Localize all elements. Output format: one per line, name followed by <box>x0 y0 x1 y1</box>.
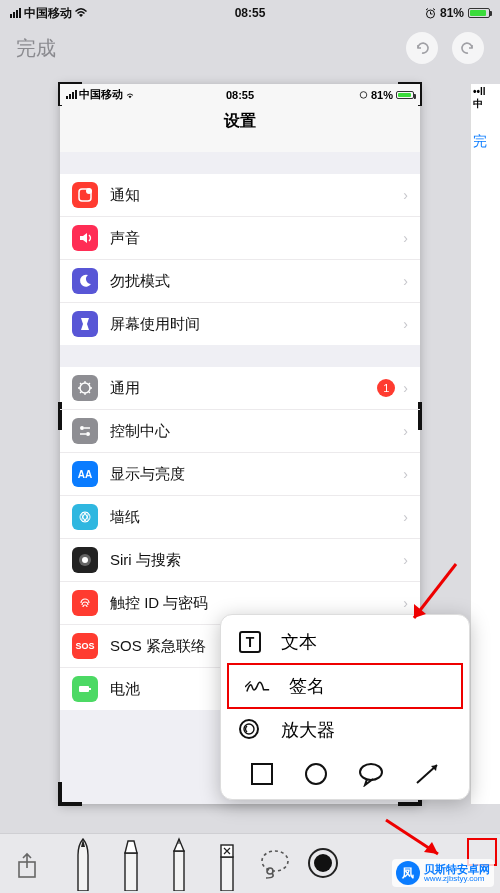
eraser-tool[interactable] <box>208 835 246 891</box>
shape-picker-row <box>221 751 469 793</box>
settings-row[interactable]: 屏幕使用时间› <box>60 303 420 345</box>
share-button[interactable] <box>12 849 42 883</box>
svg-rect-18 <box>252 764 272 784</box>
settings-row-icon <box>72 311 98 337</box>
chevron-right-icon: › <box>403 316 408 332</box>
settings-row-icon <box>72 418 98 444</box>
annotation-arrow-1 <box>404 560 464 630</box>
signature-icon <box>245 673 271 699</box>
settings-row-icon <box>72 590 98 616</box>
peek-carrier: ••ll 中 <box>471 84 500 113</box>
wifi-icon <box>125 91 135 99</box>
alarm-icon <box>425 8 436 19</box>
shape-circle[interactable] <box>303 761 329 787</box>
svg-rect-22 <box>125 853 137 891</box>
svg-point-11 <box>82 557 88 563</box>
settings-row-icon <box>72 225 98 251</box>
status-time: 08:55 <box>235 6 266 20</box>
menu-label-text: 文本 <box>281 630 317 654</box>
settings-title: 设置 <box>60 105 420 152</box>
chevron-right-icon: › <box>403 273 408 289</box>
settings-group-1: 通知›声音›勿扰模式›屏幕使用时间› <box>60 174 420 345</box>
undo-button[interactable] <box>406 32 438 64</box>
magnifier-icon <box>237 717 263 743</box>
settings-row-icon <box>72 504 98 530</box>
menu-item-magnifier[interactable]: 放大器 <box>221 709 469 751</box>
settings-row-icon <box>72 268 98 294</box>
settings-row-label: 勿扰模式 <box>110 272 403 291</box>
shape-speech-bubble[interactable] <box>357 761 385 787</box>
watermark: 凤 贝斯特安卓网 www.zjbstyy.com <box>392 859 494 887</box>
svg-point-26 <box>262 851 288 871</box>
signal-icon <box>10 8 21 18</box>
settings-row[interactable]: Siri 与搜索› <box>60 539 420 582</box>
chevron-right-icon: › <box>403 423 408 439</box>
settings-row-label: 通用 <box>110 379 377 398</box>
watermark-logo-icon: 凤 <box>396 861 420 885</box>
menu-item-signature[interactable]: 签名 <box>227 663 463 709</box>
signal-icon <box>66 90 77 99</box>
settings-row-icon <box>72 375 98 401</box>
color-tool[interactable] <box>304 835 342 891</box>
pencil-tool[interactable] <box>160 835 198 891</box>
settings-row-icon <box>72 182 98 208</box>
text-icon: T <box>237 629 263 655</box>
settings-row-label: 屏幕使用时间 <box>110 315 403 334</box>
svg-text:T: T <box>246 634 255 650</box>
badge: 1 <box>377 379 395 397</box>
settings-row-label: Siri 与搜索 <box>110 551 403 570</box>
inner-status-bar: 中国移动 08:55 81% <box>60 84 420 105</box>
settings-row-label: 触控 ID 与密码 <box>110 594 403 613</box>
svg-point-20 <box>360 764 382 780</box>
inner-battery-pct: 81% <box>371 89 393 101</box>
redo-button[interactable] <box>452 32 484 64</box>
carrier-label: 中国移动 <box>24 5 72 22</box>
svg-point-1 <box>360 92 367 99</box>
shape-square[interactable] <box>249 761 275 787</box>
svg-point-19 <box>306 764 326 784</box>
settings-row[interactable]: 墙纸› <box>60 496 420 539</box>
settings-row[interactable]: 通用1› <box>60 367 420 410</box>
chevron-right-icon: › <box>403 187 408 203</box>
svg-rect-23 <box>174 851 184 891</box>
settings-row[interactable]: 勿扰模式› <box>60 260 420 303</box>
wifi-icon <box>75 8 87 18</box>
settings-row-label: 通知 <box>110 186 403 205</box>
settings-row-icon: AA <box>72 461 98 487</box>
settings-row-icon <box>72 676 98 702</box>
settings-row[interactable]: 声音› <box>60 217 420 260</box>
battery-icon <box>396 91 414 99</box>
crop-handle-bl[interactable] <box>58 782 82 806</box>
annotation-arrow-2 <box>380 816 450 864</box>
svg-rect-13 <box>89 688 91 690</box>
watermark-url: www.zjbstyy.com <box>424 875 490 883</box>
svg-point-6 <box>86 432 90 436</box>
inner-time: 08:55 <box>226 89 254 101</box>
markup-add-menu: T 文本 签名 放大器 <box>220 614 470 800</box>
peek-done: 完 <box>471 113 500 151</box>
next-screenshot-peek[interactable]: ••ll 中 完 <box>470 84 500 804</box>
pen-tool[interactable] <box>64 835 102 891</box>
chevron-right-icon: › <box>403 466 408 482</box>
settings-row[interactable]: AA显示与亮度› <box>60 453 420 496</box>
shape-arrow[interactable] <box>413 761 441 787</box>
svg-point-5 <box>80 426 84 430</box>
watermark-name: 贝斯特安卓网 <box>424 864 490 875</box>
svg-point-16 <box>240 720 258 738</box>
settings-row-icon: SOS <box>72 633 98 659</box>
done-button[interactable]: 完成 <box>16 35 56 62</box>
lasso-tool[interactable] <box>256 835 294 891</box>
outer-status-bar: 中国移动 08:55 81% <box>0 0 500 26</box>
settings-row-label: 墙纸 <box>110 508 403 527</box>
settings-row[interactable]: 控制中心› <box>60 410 420 453</box>
battery-pct: 81% <box>440 6 464 20</box>
settings-row[interactable]: 通知› <box>60 174 420 217</box>
battery-icon <box>468 8 490 18</box>
marker-tool[interactable] <box>112 835 150 891</box>
svg-rect-12 <box>79 686 89 692</box>
chevron-right-icon: › <box>403 509 408 525</box>
chevron-right-icon: › <box>403 380 408 396</box>
menu-label-signature: 签名 <box>289 674 325 698</box>
chevron-right-icon: › <box>403 230 408 246</box>
markup-nav-bar: 完成 <box>0 26 500 74</box>
